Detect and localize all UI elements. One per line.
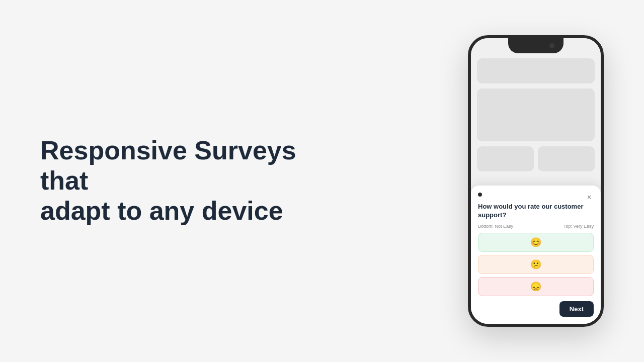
sad-emoji: 😞 <box>530 281 541 292</box>
happy-emoji: 😊 <box>530 237 541 248</box>
survey-progress-dot <box>478 193 482 197</box>
phone-notch <box>508 38 564 53</box>
close-button[interactable]: × <box>585 193 594 202</box>
headline: Responsive Surveys that adapt to any dev… <box>40 136 332 226</box>
survey-question: How would you rate our customer support? <box>478 203 594 220</box>
phone-camera <box>549 43 554 48</box>
skeleton-block-2 <box>477 88 595 141</box>
skeleton-row <box>477 146 595 171</box>
survey-overlay: × How would you rate our customer suppor… <box>471 186 601 324</box>
neutral-emoji: 😕 <box>530 259 541 270</box>
survey-footer: Next <box>478 301 594 317</box>
scale-bottom-label: Bottom: Not Easy <box>478 224 513 229</box>
survey-scale-labels: Bottom: Not Easy Top: Very Easy <box>478 224 594 229</box>
right-section: × How would you rate our customer suppor… <box>468 35 604 327</box>
survey-option-sad[interactable]: 😞 <box>478 277 594 296</box>
headline-line2: adapt to any device <box>40 196 283 225</box>
survey-option-neutral[interactable]: 😕 <box>478 255 594 274</box>
headline-line1: Responsive Surveys that <box>40 136 296 195</box>
survey-header: × <box>478 193 594 202</box>
next-button[interactable]: Next <box>559 301 594 317</box>
skeleton-block-1 <box>477 58 595 83</box>
left-section: Responsive Surveys that adapt to any dev… <box>40 136 332 226</box>
survey-option-happy[interactable]: 😊 <box>478 233 594 252</box>
scale-top-label: Top: Very Easy <box>564 224 594 229</box>
phone-mockup: × How would you rate our customer suppor… <box>468 35 604 327</box>
survey-options: 😊 😕 😞 <box>478 233 594 296</box>
skeleton-block-3b <box>538 146 595 171</box>
skeleton-block-3a <box>477 146 534 171</box>
